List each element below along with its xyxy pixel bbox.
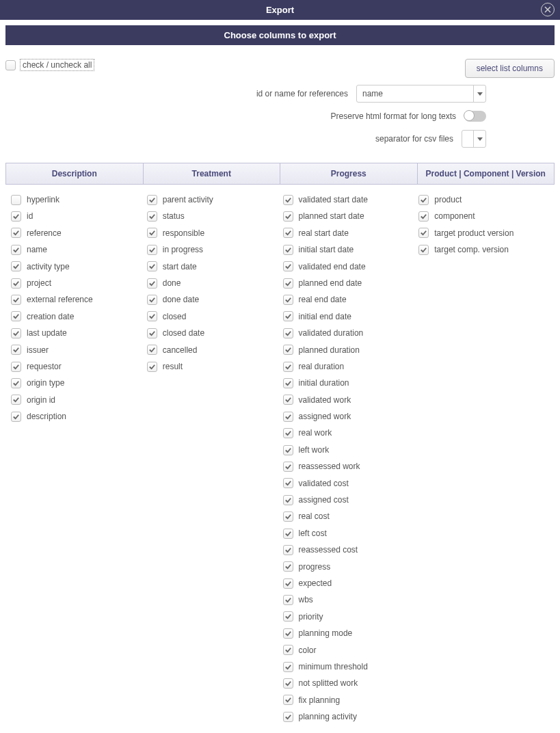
column-item-checkbox[interactable] bbox=[418, 245, 429, 255]
column-item-checkbox[interactable] bbox=[147, 295, 157, 305]
column-item-checkbox[interactable] bbox=[147, 195, 157, 205]
column-item: planned end date bbox=[283, 275, 414, 291]
column-item-checkbox[interactable] bbox=[11, 378, 21, 388]
separator-select[interactable] bbox=[462, 130, 486, 148]
column-item-checkbox[interactable] bbox=[11, 311, 21, 321]
column-item-checkbox[interactable] bbox=[147, 328, 157, 338]
column-item-checkbox[interactable] bbox=[418, 195, 429, 205]
column-item-checkbox[interactable] bbox=[283, 428, 293, 438]
column-item-label: real start date bbox=[299, 226, 349, 240]
column-item-checkbox[interactable] bbox=[283, 678, 293, 689]
column-item: validated start date bbox=[283, 191, 414, 208]
column-item-label: initial start date bbox=[299, 243, 354, 256]
column-item-checkbox[interactable] bbox=[11, 261, 21, 271]
column-item-checkbox[interactable] bbox=[283, 695, 293, 705]
column-item-checkbox[interactable] bbox=[147, 261, 157, 271]
column-item: closed bbox=[147, 308, 278, 325]
separator-select-input[interactable] bbox=[462, 131, 473, 147]
column-item-checkbox[interactable] bbox=[283, 362, 293, 372]
close-button[interactable] bbox=[541, 3, 555, 16]
column-item-checkbox[interactable] bbox=[283, 445, 293, 455]
column-item-checkbox[interactable] bbox=[283, 261, 293, 271]
column-item: real duration bbox=[283, 358, 414, 375]
column-item-checkbox[interactable] bbox=[11, 395, 21, 405]
chevron-down-icon[interactable] bbox=[473, 85, 485, 102]
column-item-checkbox[interactable] bbox=[283, 561, 293, 572]
column-item-checkbox[interactable] bbox=[147, 245, 157, 255]
column-item-checkbox[interactable] bbox=[283, 645, 293, 655]
column-item-checkbox[interactable] bbox=[11, 211, 21, 222]
column-header: Description bbox=[6, 163, 144, 184]
column-item-checkbox[interactable] bbox=[11, 278, 21, 289]
check-all-label[interactable]: check / uncheck all bbox=[20, 59, 94, 71]
column-item-checkbox[interactable] bbox=[283, 462, 293, 472]
column-item-checkbox[interactable] bbox=[147, 211, 157, 222]
column-item-checkbox[interactable] bbox=[11, 295, 21, 305]
column-item-checkbox[interactable] bbox=[283, 611, 293, 622]
column-item-label: assigned cost bbox=[299, 493, 349, 507]
column-item-checkbox[interactable] bbox=[283, 628, 293, 639]
column-item-checkbox[interactable] bbox=[11, 228, 21, 238]
column-item-checkbox[interactable] bbox=[283, 478, 293, 488]
column-item-checkbox[interactable] bbox=[283, 195, 293, 205]
column-item-label: planning activity bbox=[299, 710, 357, 723]
column-item-checkbox[interactable] bbox=[11, 412, 21, 422]
column-item-checkbox[interactable] bbox=[283, 595, 293, 605]
preserve-html-toggle[interactable] bbox=[464, 111, 486, 122]
column-item-checkbox[interactable] bbox=[283, 662, 293, 672]
column-item-checkbox[interactable] bbox=[283, 311, 293, 321]
columns-container: hyperlinkidreferencenameactivity typepro… bbox=[5, 191, 555, 733]
column-item: creation date bbox=[11, 308, 142, 325]
column-item-label: activity type bbox=[27, 260, 70, 274]
column-item-checkbox[interactable] bbox=[283, 511, 293, 522]
column-item-checkbox[interactable] bbox=[11, 345, 21, 355]
column-item-checkbox[interactable] bbox=[283, 495, 293, 505]
column-item-checkbox[interactable] bbox=[147, 228, 157, 238]
chevron-down-icon[interactable] bbox=[473, 131, 485, 147]
column-item-checkbox[interactable] bbox=[283, 245, 293, 255]
column-item-checkbox[interactable] bbox=[283, 211, 293, 222]
column-item: product bbox=[418, 191, 549, 208]
column-item-checkbox[interactable] bbox=[283, 278, 293, 289]
column-item-label: responsible bbox=[163, 226, 204, 240]
column-item-label: component bbox=[434, 209, 475, 223]
column-item: initial duration bbox=[283, 375, 414, 391]
column-item: parent activity bbox=[147, 191, 278, 208]
column-item-checkbox[interactable] bbox=[283, 228, 293, 238]
references-select-input[interactable] bbox=[357, 85, 473, 102]
column-item-checkbox[interactable] bbox=[11, 328, 21, 338]
column-item-checkbox[interactable] bbox=[283, 545, 293, 555]
column-item-checkbox[interactable] bbox=[283, 328, 293, 338]
column-item-label: target comp. version bbox=[434, 243, 509, 256]
column-item-checkbox[interactable] bbox=[11, 362, 21, 372]
column-item-checkbox[interactable] bbox=[283, 529, 293, 539]
column-item-checkbox[interactable] bbox=[11, 195, 21, 205]
column-item-label: initial duration bbox=[299, 376, 349, 390]
column-item-checkbox[interactable] bbox=[283, 412, 293, 422]
column-item-checkbox[interactable] bbox=[283, 345, 293, 355]
column-item-checkbox[interactable] bbox=[11, 245, 21, 255]
column-item-checkbox[interactable] bbox=[147, 278, 157, 289]
select-list-columns-button[interactable]: select list columns bbox=[465, 59, 555, 78]
references-label: id or name for references bbox=[256, 89, 348, 98]
column-item-checkbox[interactable] bbox=[283, 395, 293, 405]
column-item-label: done bbox=[163, 276, 181, 290]
column-item: left work bbox=[283, 442, 414, 458]
column-item-checkbox[interactable] bbox=[283, 378, 293, 388]
column-item-checkbox[interactable] bbox=[147, 345, 157, 355]
column-item: name bbox=[11, 241, 142, 258]
column-item: project bbox=[11, 275, 142, 291]
check-all-checkbox[interactable] bbox=[5, 60, 16, 70]
column-item-checkbox[interactable] bbox=[418, 228, 429, 238]
column-item-checkbox[interactable] bbox=[418, 211, 429, 222]
column-item-checkbox[interactable] bbox=[283, 712, 293, 722]
column-item-checkbox[interactable] bbox=[147, 311, 157, 321]
column-item-checkbox[interactable] bbox=[147, 362, 157, 372]
column-item-checkbox[interactable] bbox=[283, 295, 293, 305]
column-item: initial start date bbox=[283, 241, 414, 258]
column-item: description bbox=[11, 408, 142, 425]
column-item-checkbox[interactable] bbox=[283, 578, 293, 589]
column-item: external reference bbox=[11, 291, 142, 308]
column-item-label: real work bbox=[299, 426, 332, 440]
references-select[interactable] bbox=[356, 85, 486, 103]
